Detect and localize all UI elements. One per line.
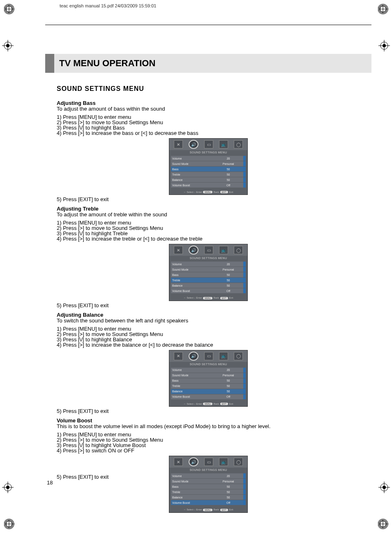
osd-footer: ↔ Select ↓ Enter MENU Back EXIT Exit [169,190,247,195]
osd-screenshot: ✕🔊▭📺◯SOUND SETTINGS MENUVolume20Sound Mo… [57,138,360,195]
sound-icon: 🔊 [189,457,198,466]
feature-icon: 📺 [219,246,228,254]
picture-icon: ✕ [174,458,183,466]
channel-icon: ▭ [204,458,213,466]
section-treble: Adjusting Treble To adjust the amount of… [57,206,360,308]
osd-row-label: Balance [171,496,213,499]
picture-icon: ✕ [174,140,183,148]
channel-icon: ▭ [204,246,213,254]
setup-icon: ◯ [234,140,243,148]
osd-row-label: Volume Boost [171,184,213,187]
osd-row-bar [243,378,246,383]
description: To adjust the amount of bass within the … [57,106,360,112]
crop-mark-icon [2,482,14,493]
osd-tab-icons: ✕🔊▭📺◯ [169,456,247,468]
osd-row-label: Treble [171,385,213,387]
osd-row-label: Volume Boost [171,290,213,292]
picture-icon: ✕ [174,352,183,360]
osd-title: SOUND SETTINGS MENU [169,150,247,155]
osd-tab-icons: ✕🔊▭📺◯ [169,139,247,150]
picture-icon: ✕ [174,246,183,254]
osd-panel: ✕🔊▭📺◯SOUND SETTINGS MENUVolume20Sound Mo… [169,138,248,195]
osd-footer-enter: Enter [196,191,202,193]
osd-row-label: Volume Boost [171,501,213,504]
osd-row-label: Volume [171,368,213,371]
osd-row-label: Treble [171,173,213,176]
registration-mark-icon [3,3,15,15]
osd-tab-icons: ✕🔊▭📺◯ [169,244,247,256]
osd-row: Volume BoostOff [171,288,246,293]
osd-row-bar [243,500,246,505]
page: teac english manual 15.pdf 24/03/2009 15… [0,0,392,533]
osd-footer-select: Select [187,297,194,299]
osd-row-bar [243,473,246,478]
crop-mark-icon [378,482,390,493]
osd-row: Balance50 [171,389,246,394]
osd-row-bar [243,479,246,484]
osd-title: SOUND SETTINGS MENU [169,468,247,472]
step: 2) Press [>] to move to Sound Settings M… [57,331,360,337]
osd-row-value: 50 [213,173,243,176]
osd-panel: ✕🔊▭📺◯SOUND SETTINGS MENUVolume20Sound Mo… [169,244,248,301]
osd-row-label: Sound Mode [171,374,213,377]
feature-icon: 📺 [219,458,228,466]
osd-footer-select: Select [187,508,194,511]
osd-title: SOUND SETTINGS MENU [169,362,247,366]
osd-row-bar [243,272,246,277]
step-after: 5) Press [EXIT] to exit [57,408,360,414]
osd-menu-pill: MENU [203,191,212,193]
osd-footer: ↔ Select ↓ Enter MENU Back EXIT Exit [169,401,247,406]
channel-icon: ▭ [204,140,213,148]
osd-title: SOUND SETTINGS MENU [169,256,247,260]
osd-footer-enter: Enter [196,403,202,405]
osd-menu-pill: MENU [203,509,212,511]
crop-mark-icon [2,40,14,51]
osd-footer-enter: Enter [196,508,202,511]
osd-row-bar [243,384,246,389]
osd-footer: ↔ Select ↓ Enter MENU Back EXIT Exit [169,295,247,300]
channel-icon: ▭ [204,352,213,360]
osd-row-label: Sound Mode [171,480,213,483]
section-balance: Adjusting Balance To switch the sound be… [57,312,360,414]
osd-row-label: Balance [171,178,213,181]
osd-row-value: 50 [213,390,243,393]
osd-footer-enter: Enter [196,297,202,299]
subheading: Adjusting Balance [57,312,360,318]
steps: 1) Press [MENU] to enter menu 2) Press [… [57,220,360,241]
subheading: Adjusting Treble [57,206,360,212]
osd-footer-back: Back [214,508,219,511]
osd-row-value: 50 [213,496,243,499]
osd-row: Bass50 [171,378,246,383]
osd-panel: ✕🔊▭📺◯SOUND SETTINGS MENUVolume20Sound Mo… [169,456,248,512]
osd-panel: ✕🔊▭📺◯SOUND SETTINGS MENUVolume20Sound Mo… [169,350,248,407]
registration-mark-icon [377,518,389,530]
osd-row-label: Sound Mode [171,162,213,165]
step-after: 5) Press [EXIT] to exit [57,196,360,202]
osd-footer-back: Back [214,191,219,193]
osd-row-bar [243,489,246,494]
osd-footer-exit: Exit [229,403,233,405]
step: 4) Press [>] to increase the bass or [<]… [57,130,360,136]
setup-icon: ◯ [234,352,243,360]
setup-icon: ◯ [234,458,243,466]
osd-screenshot: ✕🔊▭📺◯SOUND SETTINGS MENUVolume20Sound Mo… [169,456,248,512]
osd-row-label: Volume [171,475,213,477]
osd-row-bar [243,172,246,177]
osd-row: Volume BoostOff [171,500,246,505]
osd-row-value: 50 [213,273,243,276]
step: 1) Press [MENU] to enter menu [57,326,360,331]
osd-row-label: Volume [171,263,213,266]
osd-menu-pill: MENU [203,403,212,405]
osd-row-bar [243,262,246,266]
osd-row: Treble50 [171,172,246,177]
step: 3) Press [\/] to highlight Balance [57,337,360,342]
osd-tab-icons: ✕🔊▭📺◯ [169,350,247,362]
osd-row-label: Bass [171,485,213,488]
steps: 1) Press [MENU] to enter menu 2) Press [… [57,114,360,136]
osd-row-value: 20 [213,368,243,371]
osd-row-value: 50 [213,168,243,171]
sound-icon: 🔊 [189,246,198,255]
osd-row-value: 50 [213,178,243,181]
osd-exit-pill: EXIT [220,191,228,193]
crop-mark-icon [378,40,390,51]
